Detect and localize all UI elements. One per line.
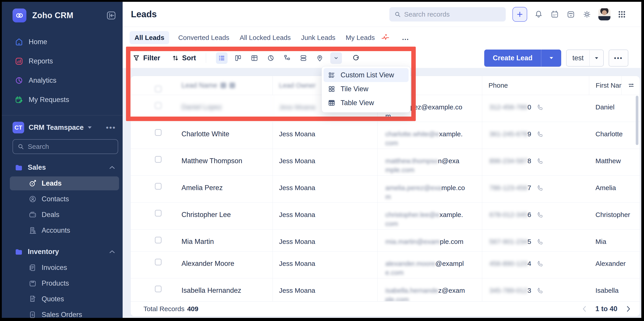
chart-view-icon[interactable] xyxy=(265,52,276,64)
row-checkbox[interactable] xyxy=(155,259,162,265)
notifications-bell-icon[interactable] xyxy=(534,10,543,19)
table-view-icon[interactable] xyxy=(248,52,260,64)
row-checkbox[interactable] xyxy=(155,286,162,292)
phone-icon[interactable] xyxy=(536,131,543,138)
collapse-sidebar-icon[interactable] xyxy=(106,10,116,21)
sidebar-item-reports[interactable]: Reports xyxy=(2,52,122,71)
row-checkbox[interactable] xyxy=(155,183,162,190)
zoho-crm-app: Zoho CRM Home Reports Analytics My Reque… xyxy=(2,2,641,318)
row-checkbox[interactable] xyxy=(155,237,162,243)
table-row[interactable]: Matthew Thompson Jess Moana matthew.thom… xyxy=(131,149,640,176)
sidebar-item-home[interactable]: Home xyxy=(2,32,122,52)
settings-gear-icon[interactable] xyxy=(582,10,592,19)
lead-name[interactable]: Isabella Hernandez xyxy=(182,278,272,301)
tab-my-leads[interactable]: My Leads xyxy=(346,34,375,42)
lead-name[interactable]: Mia Martin xyxy=(182,230,272,251)
tab-converted-leads[interactable]: Converted Leads xyxy=(178,34,229,42)
sidebar-item-label: Leads xyxy=(42,179,62,187)
sidebar-item-products[interactable]: Products xyxy=(2,275,122,291)
filter-button[interactable]: Filter xyxy=(132,54,160,62)
toolbar-more-button[interactable]: ••• xyxy=(609,50,628,67)
tabs-more-icon[interactable]: ... xyxy=(402,34,409,42)
phone-icon[interactable] xyxy=(536,158,543,165)
table-row[interactable]: Charlotte White Jess Moana charlotte.whi… xyxy=(131,122,640,149)
phone-icon[interactable] xyxy=(536,261,543,267)
sidebar-item-quotes[interactable]: Quotes xyxy=(2,291,122,307)
marketplace-icon[interactable] xyxy=(566,10,576,19)
test-dropdown-icon[interactable] xyxy=(590,50,603,66)
lead-name[interactable]: Alexander Moore xyxy=(182,251,272,278)
list-view-icon[interactable] xyxy=(216,52,228,64)
card-view-icon[interactable] xyxy=(298,52,309,64)
search-records-input[interactable]: Search records xyxy=(389,7,506,22)
sort-button[interactable]: Sort xyxy=(172,54,196,62)
teamspace-more-icon[interactable]: ••• xyxy=(106,123,116,132)
column-header-lead-name[interactable]: Lead Name xyxy=(182,76,272,95)
sidebar-item-label: Sales Orders xyxy=(42,311,82,319)
user-avatar[interactable] xyxy=(598,8,610,20)
sidebar-section-inventory[interactable]: Inventory xyxy=(2,244,122,260)
sidebar-item-deals[interactable]: Deals xyxy=(2,207,122,223)
sidebar-section-sales[interactable]: Sales xyxy=(2,159,122,176)
refresh-icon[interactable] xyxy=(350,52,362,64)
table-row[interactable]: Mia Martin Jess Moana mia.martin@example… xyxy=(131,230,640,251)
phone-icon[interactable] xyxy=(536,239,543,245)
sidebar-item-leads[interactable]: Leads xyxy=(10,177,119,190)
more-views-dropdown-button[interactable] xyxy=(330,52,342,64)
table-row[interactable]: Isabella Hernandez Jess Moana isabella.h… xyxy=(131,278,640,301)
row-checkbox[interactable] xyxy=(155,210,162,217)
sidebar-main-nav: Home Reports Analytics My Requests xyxy=(2,32,122,109)
lead-name[interactable]: Amelia Perez xyxy=(182,176,272,202)
column-settings-button[interactable] xyxy=(622,76,640,95)
teamspace-switcher[interactable]: CT CRM Teamspace ••• xyxy=(2,115,122,133)
lead-phone: 678-012-3456 xyxy=(482,203,589,229)
phone-icon[interactable] xyxy=(536,288,543,294)
phone-icon[interactable] xyxy=(536,185,543,192)
lead-name[interactable]: Charlotte White xyxy=(182,122,272,149)
sidebar-item-my-requests[interactable]: My Requests xyxy=(2,90,122,109)
table-row[interactable]: Christopher Lee Jess Moana christopher.l… xyxy=(131,203,640,230)
select-all-checkbox[interactable] xyxy=(155,86,162,92)
calendar-icon[interactable] xyxy=(550,10,560,19)
phone-icon[interactable] xyxy=(536,104,543,111)
create-lead-dropdown[interactable] xyxy=(541,50,561,67)
header-checkbox-cell[interactable] xyxy=(131,76,182,95)
table-row[interactable]: Alexander Moore Jess Moana alexander.moo… xyxy=(131,251,640,278)
sidebar-item-sales-orders[interactable]: $ Sales Orders xyxy=(2,307,122,321)
row-checkbox[interactable] xyxy=(155,129,162,136)
row-checkbox[interactable] xyxy=(155,102,162,109)
tab-all-leads[interactable]: All Leads xyxy=(130,31,169,44)
menu-item-tile-view[interactable]: Tile View xyxy=(324,82,408,96)
menu-item-table-view[interactable]: Table View xyxy=(324,96,408,110)
page-title: Leads xyxy=(131,9,157,19)
page-previous-icon[interactable] xyxy=(582,305,587,312)
hierarchy-view-icon[interactable] xyxy=(281,52,293,64)
sidebar-item-analytics[interactable]: Analytics xyxy=(2,71,122,90)
lead-name[interactable]: Matthew Thompson xyxy=(182,149,272,176)
apps-grid-icon[interactable] xyxy=(617,10,626,19)
create-lead-button[interactable]: Create Lead xyxy=(484,50,561,67)
lead-name[interactable]: Christopher Lee xyxy=(182,203,272,229)
lead-owner: Jess Moana xyxy=(272,230,377,251)
sidebar-item-contacts[interactable]: Contacts xyxy=(2,191,122,207)
tab-all-locked-leads[interactable]: All Locked Leads xyxy=(240,34,291,42)
phone-icon[interactable] xyxy=(536,212,543,219)
table-row[interactable]: Amelia Perez Jess Moana amelia.perez@exa… xyxy=(131,176,640,203)
row-checkbox[interactable] xyxy=(155,156,162,163)
menu-item-custom-list-view[interactable]: Custom List View xyxy=(324,68,408,82)
tab-junk-leads[interactable]: Junk Leads xyxy=(301,34,335,42)
column-header-first-name[interactable]: First Name xyxy=(589,76,640,95)
page-next-icon[interactable] xyxy=(626,305,631,312)
test-button[interactable]: test xyxy=(566,50,604,67)
lead-phone: 567-901-2345 xyxy=(482,230,589,251)
sidebar-item-invoices[interactable]: Invoices xyxy=(2,260,122,275)
sidebar-search-input[interactable]: Search xyxy=(12,139,118,154)
column-header-phone[interactable]: Phone xyxy=(482,76,589,95)
quick-create-button[interactable] xyxy=(512,7,527,22)
map-view-icon[interactable] xyxy=(314,52,326,64)
lead-phone: 312-456-7890 xyxy=(482,95,589,122)
vertical-scrollbar[interactable] xyxy=(636,96,638,145)
kanban-view-icon[interactable] xyxy=(232,52,244,64)
lead-name[interactable]: Daniel Lopez xyxy=(182,95,272,122)
sidebar-item-accounts[interactable]: Accounts xyxy=(2,223,122,238)
